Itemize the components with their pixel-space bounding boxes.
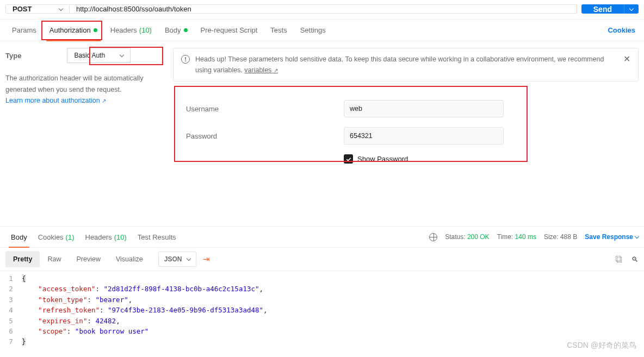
view-visualize[interactable]: Visualize — [108, 251, 151, 267]
info-icon: ! — [181, 55, 190, 64]
resp-tab-cookies[interactable]: Cookies (1) — [33, 227, 80, 247]
view-preview[interactable]: Preview — [69, 251, 108, 267]
auth-help-text: The authorization header will be automat… — [5, 73, 163, 96]
auth-type-select[interactable]: Basic Auth — [67, 48, 131, 63]
type-label: Type — [5, 52, 21, 60]
tab-headers[interactable]: Headers (10) — [104, 20, 158, 41]
save-response-button[interactable]: Save Response — [585, 233, 639, 241]
language-select[interactable]: JSON — [158, 252, 197, 267]
show-password-checkbox[interactable] — [344, 154, 353, 164]
active-dot-icon — [184, 28, 188, 32]
response-body[interactable]: 1{2 "access_token": "2d81d2ff-898f-4138-… — [0, 271, 644, 357]
resp-tab-headers[interactable]: Headers (10) — [80, 227, 132, 247]
chevron-down-icon — [187, 256, 191, 261]
view-pretty[interactable]: Pretty — [5, 251, 40, 267]
method-value: POST — [13, 5, 32, 13]
external-link-icon: ↗ — [274, 67, 278, 73]
username-input[interactable] — [344, 100, 504, 117]
status-value: 200 OK — [467, 233, 490, 241]
chevron-down-icon — [120, 53, 124, 57]
tab-prerequest[interactable]: Pre-request Script — [194, 20, 264, 41]
password-label: Password — [186, 132, 344, 140]
size-value: 488 B — [560, 233, 577, 241]
tab-settings[interactable]: Settings — [294, 20, 332, 41]
external-link-icon: ↗ — [102, 98, 106, 104]
username-label: Username — [186, 105, 344, 113]
globe-icon[interactable] — [429, 233, 437, 241]
chevron-down-icon — [59, 6, 63, 10]
resp-tab-tests[interactable]: Test Results — [132, 227, 182, 247]
learn-more-link[interactable]: Learn more about authorization ↗ — [5, 97, 106, 104]
wrap-lines-icon[interactable]: ⇥ — [203, 254, 210, 264]
resp-tab-body[interactable]: Body — [5, 227, 33, 247]
cookies-link[interactable]: Cookies — [608, 26, 639, 34]
check-icon — [345, 156, 352, 162]
tab-body[interactable]: Body — [158, 20, 194, 41]
tab-authorization[interactable]: Authorization — [43, 20, 104, 41]
active-dot-icon — [94, 28, 97, 32]
chevron-down-icon — [635, 234, 639, 239]
url-value: http://localhost:8500/sso/oauth/token — [76, 5, 191, 13]
banner-text: Heads up! These parameters hold sensitiv… — [195, 54, 618, 76]
sensitive-data-banner: ! Heads up! These parameters hold sensit… — [173, 48, 639, 82]
search-icon[interactable]: 🔍︎ — [631, 255, 639, 264]
method-select[interactable]: POST — [5, 4, 70, 14]
send-button[interactable]: Send — [581, 4, 624, 14]
chevron-down-icon — [629, 6, 634, 10]
auth-type-value: Basic Auth — [74, 52, 105, 59]
time-value: 140 ms — [515, 233, 536, 241]
view-raw[interactable]: Raw — [40, 251, 69, 267]
url-input[interactable]: http://localhost:8500/sso/oauth/token — [70, 4, 577, 14]
tab-tests[interactable]: Tests — [264, 20, 293, 41]
tab-params[interactable]: Params — [5, 20, 43, 41]
send-dropdown-button[interactable] — [624, 4, 639, 14]
variables-link[interactable]: variables ↗ — [244, 66, 278, 74]
copy-icon[interactable]: ⿻ — [616, 255, 623, 264]
show-password-label: Show Password — [357, 155, 408, 163]
watermark: CSDN @好奇的菜鸟 — [567, 341, 636, 350]
password-input[interactable] — [344, 127, 504, 145]
close-icon[interactable]: ✕ — [623, 54, 630, 64]
